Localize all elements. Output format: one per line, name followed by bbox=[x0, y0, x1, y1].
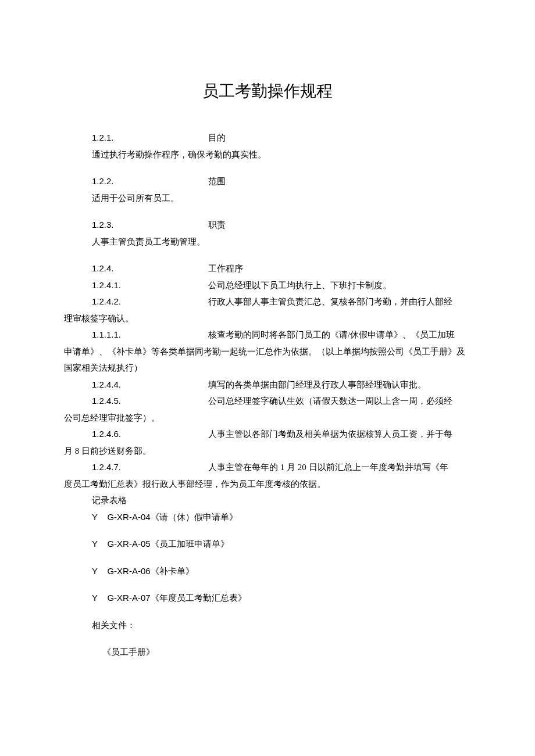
item-text: 行政人事部人事主管负责汇总、复核各部门考勤，并由行人部经 bbox=[208, 293, 452, 310]
item-number: 1.2.4.1. bbox=[92, 277, 208, 294]
related-doc: 《员工手册》 bbox=[102, 644, 471, 661]
document-page: 员工考勤操作规程 1.2.1. 目的 通过执行考勤操作程序，确保考勤的真实性。 … bbox=[0, 0, 535, 756]
document-title: 员工考勤操作规程 bbox=[64, 76, 471, 106]
item-number: 1.2.4.4. bbox=[92, 377, 208, 393]
item-number: 1.2.4.7. bbox=[92, 459, 208, 476]
procedure-item-7: 1.2.4.7. 人事主管在每年的 1 月 20 日以前汇总上一年度考勤并填写《… bbox=[92, 459, 471, 476]
item-number: 1.1.1.1. bbox=[92, 327, 208, 343]
item-text: 核查考勤的同时将各部门员工的《请/休假申请单》、《员工加班 bbox=[208, 327, 455, 343]
procedure-item-6-cont: 月 8 日前抄送财务部。 bbox=[64, 443, 471, 460]
section-number: 1.2.1. bbox=[92, 130, 208, 146]
item-text: 人事主管在每年的 1 月 20 日以前汇总上一年度考勤并填写《年 bbox=[208, 459, 448, 476]
record-item-3: Y G-XR-A-06《补卡单》 bbox=[92, 563, 471, 580]
record-item-4: Y G-XR-A-07《年度员工考勤汇总表》 bbox=[92, 590, 471, 607]
item-text: 公司总经理以下员工均执行上、下班打卡制度。 bbox=[208, 277, 391, 294]
record-item-2: Y G-XR-A-05《员工加班申请单》 bbox=[92, 536, 471, 553]
related-label: 相关文件： bbox=[92, 617, 471, 634]
section-purpose-body: 通过执行考勤操作程序，确保考勤的真实性。 bbox=[92, 146, 471, 163]
section-heading: 工作程序 bbox=[208, 260, 243, 277]
section-heading: 范围 bbox=[208, 173, 226, 190]
item-text: 人事主管以各部门考勤及相关单据为依据核算人员工资，并于每 bbox=[208, 426, 452, 443]
record-item-1: Y G-XR-A-04《请（休）假申请单》 bbox=[92, 509, 471, 526]
procedure-item-1: 1.2.4.1. 公司总经理以下员工均执行上、下班打卡制度。 bbox=[92, 277, 471, 294]
item-number: 1.2.4.6. bbox=[92, 426, 208, 443]
procedure-item-2-cont: 理审核签字确认。 bbox=[64, 310, 471, 327]
records-label: 记录表格 bbox=[92, 492, 471, 509]
section-number: 1.2.3. bbox=[92, 217, 208, 234]
section-procedure-row: 1.2.4. 工作程序 bbox=[92, 260, 471, 277]
section-number: 1.2.2. bbox=[92, 173, 208, 190]
item-number: 1.2.4.5. bbox=[92, 393, 208, 410]
section-duty-row: 1.2.3. 职责 bbox=[92, 217, 471, 234]
procedure-item-1111-cont: 申请单》、《补卡单》等各类单据同考勤一起统一汇总作为依据。（以上单据均按照公司《… bbox=[64, 343, 471, 377]
procedure-item-4: 1.2.4.4. 填写的各类单据由部门经理及行政人事部经理确认审批。 bbox=[92, 377, 471, 393]
procedure-item-1111: 1.1.1.1. 核查考勤的同时将各部门员工的《请/休假申请单》、《员工加班 bbox=[92, 327, 471, 343]
item-text: 公司总经理签字确认生效（请假天数达一周以上含一周，必须经 bbox=[208, 393, 452, 410]
section-scope-body: 适用于公司所有员工。 bbox=[92, 190, 471, 207]
item-number: 1.2.4.2. bbox=[92, 293, 208, 310]
item-text: 填写的各类单据由部门经理及行政人事部经理确认审批。 bbox=[208, 377, 426, 393]
section-purpose-row: 1.2.1. 目的 bbox=[92, 130, 471, 146]
section-duty-body: 人事主管负责员工考勤管理。 bbox=[92, 234, 471, 250]
procedure-item-5: 1.2.4.5. 公司总经理签字确认生效（请假天数达一周以上含一周，必须经 bbox=[92, 393, 471, 410]
procedure-item-5-cont: 公司总经理审批签字）。 bbox=[64, 410, 471, 427]
section-scope-row: 1.2.2. 范围 bbox=[92, 173, 471, 190]
procedure-item-2: 1.2.4.2. 行政人事部人事主管负责汇总、复核各部门考勤，并由行人部经 bbox=[92, 293, 471, 310]
section-heading: 目的 bbox=[208, 130, 226, 146]
section-heading: 职责 bbox=[208, 217, 226, 234]
procedure-item-7-cont: 度员工考勤汇总表》报行政人事部经理，作为员工年度考核的依据。 bbox=[64, 476, 471, 493]
section-number: 1.2.4. bbox=[92, 260, 208, 277]
procedure-item-6: 1.2.4.6. 人事主管以各部门考勤及相关单据为依据核算人员工资，并于每 bbox=[92, 426, 471, 443]
